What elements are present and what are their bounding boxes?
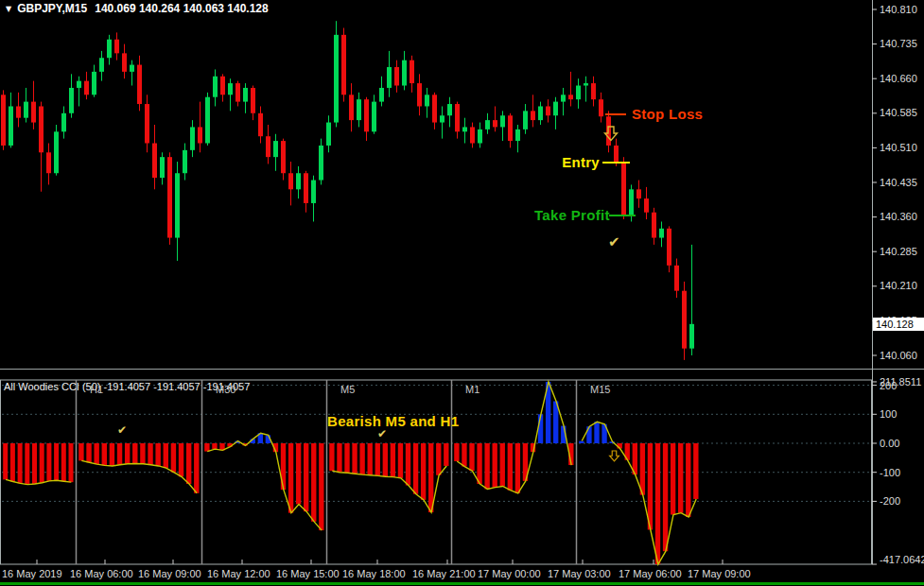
candle-body — [402, 60, 407, 86]
candle-body — [137, 65, 142, 104]
candle-body — [576, 86, 581, 100]
entry-line[interactable] — [602, 162, 630, 164]
cci-bar — [678, 443, 683, 513]
candle-body — [341, 35, 346, 95]
candle-body — [130, 65, 134, 72]
candle-body — [235, 83, 240, 102]
candle-body — [470, 127, 475, 143]
cci-bar — [148, 443, 152, 465]
cci-bar — [164, 443, 168, 468]
cci-bar — [391, 443, 395, 477]
cci-bar — [648, 443, 653, 529]
cci-bar — [454, 443, 459, 461]
chart-canvas[interactable] — [0, 0, 924, 586]
cci-bar — [493, 443, 497, 488]
timeframe-label-h1: H1 — [90, 384, 103, 395]
checkmark-icon: ✔ — [377, 427, 387, 440]
cci-scale-label: 211.8511 — [880, 376, 921, 388]
cci-bar — [500, 443, 505, 486]
stop-loss-line[interactable] — [605, 113, 626, 115]
cci-bar — [54, 443, 59, 480]
cci-bar — [586, 426, 591, 443]
candle-body — [39, 106, 44, 152]
candle-body — [394, 67, 399, 86]
chart-dropdown-icon[interactable]: ▼ — [6, 5, 11, 13]
cci-bar — [204, 443, 209, 452]
candle-body — [659, 229, 664, 238]
cci-bar — [32, 443, 37, 484]
take-profit-label[interactable]: Take Profit — [534, 207, 610, 223]
chart-title-bar: ▼GBPJPY,M15140.069 140.264 140.063 140.1… — [6, 2, 269, 15]
candle-body — [69, 88, 74, 113]
cci-bar — [179, 443, 183, 476]
cci-bar — [319, 443, 323, 530]
candle-body — [152, 144, 157, 179]
cci-bar — [508, 443, 513, 491]
entry-label[interactable]: Entry — [530, 154, 600, 170]
cci-bar — [477, 443, 481, 484]
candle-body — [84, 81, 89, 95]
candle-body — [122, 53, 127, 72]
current-price-badge: 140.128 — [873, 318, 924, 331]
candle-body — [183, 150, 187, 173]
time-axis-label: 16 May 12:00 — [207, 568, 270, 579]
candle-body — [266, 136, 270, 157]
candle-body — [447, 104, 452, 115]
candle-body — [614, 146, 619, 163]
time-axis-label: 16 May 06:00 — [70, 568, 133, 579]
cci-bar — [398, 443, 403, 478]
cci-bar — [413, 443, 418, 494]
cci-bar — [368, 443, 373, 475]
candle-body — [1, 95, 6, 146]
candle-body — [349, 95, 354, 120]
candle-body — [629, 189, 634, 215]
candle-body — [107, 40, 112, 59]
candle-body — [553, 102, 558, 116]
cci-bar — [359, 443, 364, 474]
candle-body — [667, 229, 671, 266]
cci-bar — [311, 443, 316, 522]
candle-body — [462, 127, 467, 131]
sell-arrow-icon — [610, 451, 619, 461]
candle-body — [281, 141, 286, 173]
candle-body — [500, 115, 505, 127]
candle-body — [682, 291, 687, 349]
cci-bar — [337, 443, 341, 473]
candle-body — [92, 72, 96, 95]
cci-bar — [663, 443, 668, 551]
time-axis-label: 16 May 21:00 — [412, 568, 476, 579]
candle-body — [644, 198, 649, 213]
price-axis-label: 140.510 — [880, 142, 917, 153]
candle-body — [77, 81, 81, 88]
cci-bar — [436, 443, 441, 475]
candle-body — [228, 83, 233, 95]
candle-body — [258, 113, 263, 136]
candle-body — [114, 40, 119, 54]
take-profit-line[interactable] — [609, 215, 636, 216]
candle-body — [652, 213, 656, 238]
price-axis-label: 140.585 — [880, 107, 917, 118]
cci-bar — [469, 443, 474, 471]
bearish-note-label: Bearish M5 and H1 — [327, 413, 459, 429]
stop-loss-label[interactable]: Stop Loss — [632, 106, 703, 122]
price-axis-label: 140.285 — [880, 246, 917, 257]
price-axis-label: 140.060 — [880, 350, 917, 361]
candle-body — [531, 111, 535, 120]
time-axis-label: 16 May 2019 — [2, 568, 62, 579]
candle-body — [9, 106, 13, 145]
cci-bar — [444, 443, 448, 466]
checkmark-icon: ✔ — [608, 233, 620, 250]
cci-bar — [352, 443, 357, 474]
cci-bar — [686, 443, 690, 517]
cci-bar — [640, 443, 645, 495]
candle-body — [24, 102, 28, 118]
candle-body — [591, 83, 596, 99]
cci-bar — [579, 441, 584, 443]
cci-bar — [110, 443, 114, 466]
candle-body — [372, 102, 376, 132]
price-axis-label: 140.660 — [880, 73, 917, 84]
candle-body — [538, 106, 543, 120]
candle-body — [515, 129, 520, 141]
cci-bar — [140, 443, 145, 464]
time-axis-label: 17 May 00:00 — [478, 568, 541, 579]
